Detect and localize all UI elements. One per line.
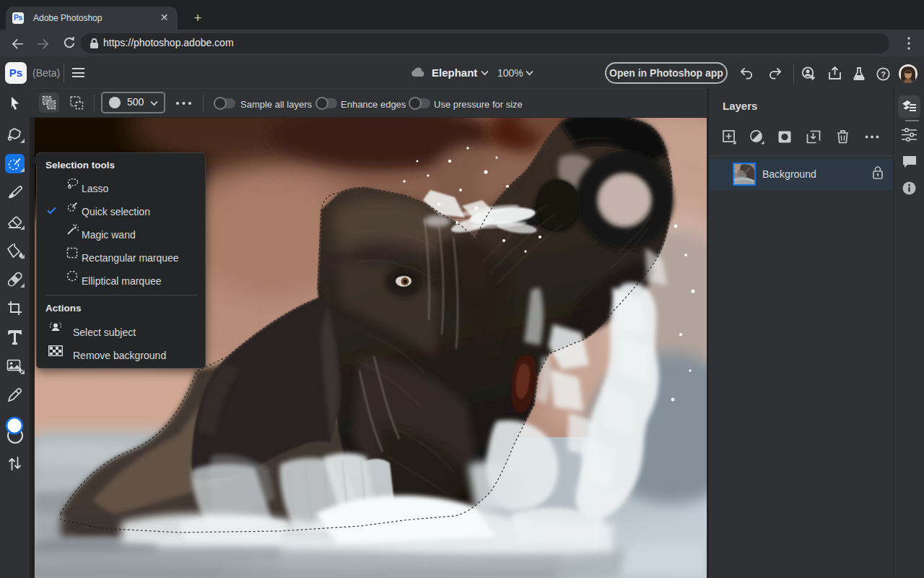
svg-text:?: ? <box>881 70 886 79</box>
